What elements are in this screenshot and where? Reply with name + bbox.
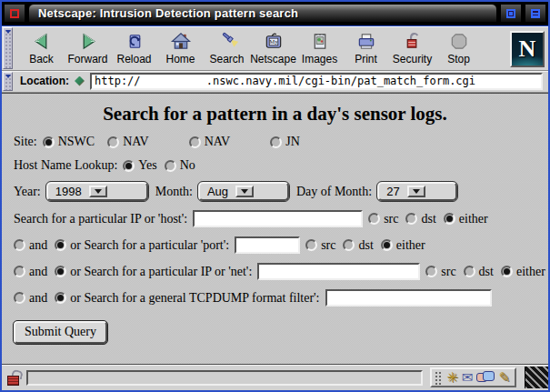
- lookup-radio-no[interactable]: [165, 160, 176, 172]
- day-value: 27: [386, 185, 399, 198]
- net-or-radio[interactable]: [55, 266, 66, 277]
- chevron-down-icon: [89, 186, 107, 197]
- home-button[interactable]: Home: [157, 28, 204, 69]
- toolbar-button-label: Security: [393, 53, 432, 65]
- resize-grip[interactable]: [525, 367, 548, 388]
- and-label: and: [29, 265, 47, 279]
- filter-or-radio[interactable]: [55, 292, 66, 304]
- filter-search-input[interactable]: [325, 289, 492, 307]
- host-src-radio[interactable]: [368, 213, 380, 225]
- net-and-radio[interactable]: [14, 266, 25, 277]
- back-arrow-icon: [31, 31, 53, 52]
- port-search-row: and or Search for a particular 'port': s…: [14, 236, 548, 254]
- reload-button[interactable]: Reload: [111, 28, 157, 69]
- site-radio-nav1[interactable]: [107, 136, 119, 148]
- window-title: Netscape: Intrusion Detection pattern se…: [38, 7, 298, 19]
- chevron-down-icon: [235, 186, 254, 197]
- host-dst-radio[interactable]: [405, 213, 417, 225]
- toolbar-button-label: Reload: [116, 53, 151, 65]
- composer-icon[interactable]: ✎: [498, 371, 510, 385]
- status-message: [26, 370, 423, 386]
- maximize-icon: [531, 9, 540, 18]
- mailbox-icon[interactable]: ✉: [462, 371, 474, 385]
- day-select[interactable]: 27: [377, 182, 457, 201]
- discussions-icon[interactable]: [476, 371, 495, 385]
- host-search-label: Search for a particular IP or 'host':: [14, 212, 187, 226]
- netscape-button[interactable]: My Netscape: [250, 28, 296, 69]
- printer-icon: [355, 31, 377, 52]
- security-button[interactable]: Security: [389, 28, 435, 69]
- direction-label: dst: [358, 238, 373, 253]
- port-and-radio[interactable]: [14, 239, 25, 251]
- direction-label: dst: [421, 212, 435, 226]
- year-select[interactable]: 1998: [46, 182, 148, 201]
- port-src-radio[interactable]: [305, 239, 317, 251]
- host-search-input[interactable]: [193, 210, 363, 227]
- site-option-label: JN: [285, 135, 300, 149]
- site-option-label: NAV: [123, 135, 149, 149]
- browser-window: Netscape: Intrusion Detection pattern se…: [0, 0, 550, 392]
- port-either-radio[interactable]: [381, 239, 393, 251]
- print-button[interactable]: Print: [343, 28, 389, 69]
- toolbar-button-label: Images: [302, 53, 337, 65]
- toolbar-button-label: Forward: [67, 53, 107, 65]
- port-or-radio[interactable]: [55, 239, 66, 251]
- direction-label: src: [321, 238, 335, 253]
- site-radio-jn[interactable]: [270, 136, 282, 148]
- host-search-row: Search for a particular IP or 'host': sr…: [14, 210, 548, 227]
- bookmark-quill-icon[interactable]: [74, 75, 85, 87]
- site-row: Site: NSWC NAV NAV JN: [14, 135, 548, 149]
- port-search-label: or Search for a particular 'port':: [70, 238, 229, 253]
- netscape-logo[interactable]: N: [510, 31, 545, 67]
- padlock-icon: [402, 31, 424, 52]
- minimize-icon: [506, 9, 515, 18]
- direction-label: either: [396, 238, 425, 253]
- location-input[interactable]: [90, 73, 543, 90]
- month-select[interactable]: Aug: [198, 182, 289, 201]
- and-label: and: [29, 291, 47, 306]
- flashlight-icon: [216, 31, 238, 52]
- toolbar-button-label: Back: [29, 53, 54, 65]
- date-row: Year: 1998 Month: Aug Day of Month: 27: [14, 182, 548, 201]
- site-radio-nswc[interactable]: [43, 136, 55, 148]
- location-collapse-tab[interactable]: [3, 72, 13, 91]
- window-menu-button[interactable]: [4, 4, 25, 23]
- site-option-label: NSWC: [58, 135, 95, 149]
- toolbar-button-label: Stop: [447, 53, 470, 65]
- year-label: Year:: [14, 185, 41, 199]
- port-search-input[interactable]: [235, 236, 300, 254]
- component-bar-grip[interactable]: [435, 371, 443, 385]
- status-bar: ✳ ✉ ✎: [2, 365, 548, 390]
- filter-and-radio[interactable]: [14, 292, 25, 304]
- toolbar-button-label: Home: [165, 53, 195, 65]
- net-either-radio[interactable]: [501, 266, 513, 277]
- search-button[interactable]: Search: [204, 28, 250, 69]
- lookup-radio-yes[interactable]: [123, 160, 135, 172]
- net-src-radio[interactable]: [425, 266, 437, 277]
- port-dst-radio[interactable]: [343, 239, 355, 251]
- security-padlock-icon[interactable]: [7, 370, 21, 386]
- net-dst-radio[interactable]: [464, 266, 475, 277]
- location-inner: Location:: [15, 71, 548, 92]
- component-bar: ✳ ✉ ✎: [430, 367, 516, 387]
- images-button[interactable]: Images: [296, 28, 343, 69]
- site-radio-nav2[interactable]: [189, 136, 201, 148]
- window-menu-icon: [10, 9, 19, 18]
- stop-icon: [448, 31, 470, 52]
- lookup-label: Host Name Lookup:: [14, 158, 117, 173]
- forward-button[interactable]: Forward: [65, 28, 111, 69]
- title-area: Netscape: Intrusion Detection pattern se…: [28, 4, 497, 23]
- minimize-button[interactable]: [500, 4, 522, 23]
- net-search-input[interactable]: [257, 263, 420, 280]
- direction-label: src: [441, 265, 455, 279]
- host-either-radio[interactable]: [444, 213, 455, 225]
- toolbar-button-label: Search: [209, 53, 244, 65]
- toolbar-collapse-tab[interactable]: [3, 27, 13, 69]
- back-button[interactable]: Back: [18, 28, 65, 69]
- and-label: and: [29, 238, 47, 253]
- stop-button[interactable]: Stop: [435, 28, 482, 69]
- net-search-row: and or Search for a particular IP or 'ne…: [14, 263, 548, 280]
- submit-query-button[interactable]: Submit Query: [14, 321, 107, 344]
- navigator-icon[interactable]: ✳: [446, 371, 458, 385]
- maximize-button[interactable]: [525, 4, 546, 23]
